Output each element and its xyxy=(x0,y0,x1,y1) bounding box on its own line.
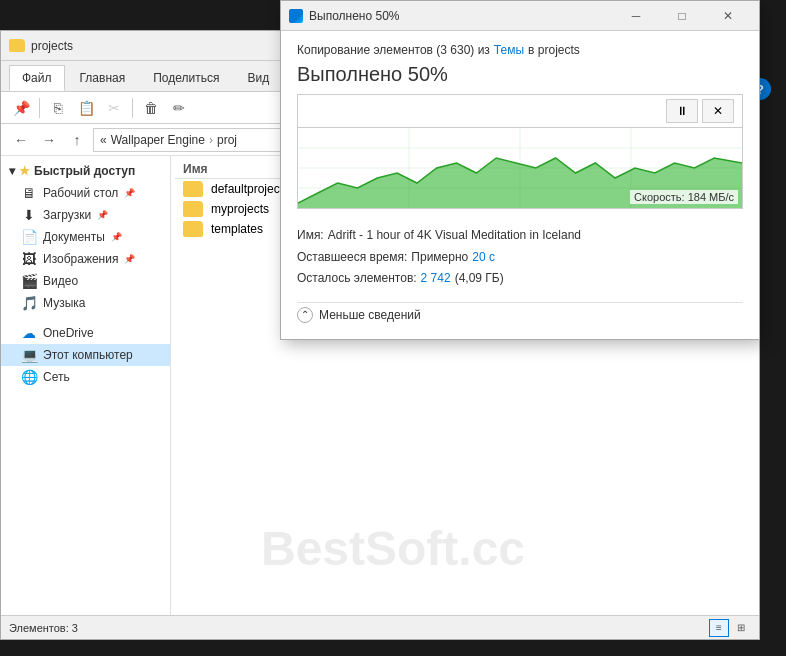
view-tiles-btn[interactable]: ⊞ xyxy=(731,619,751,637)
breadcrumb-label-1[interactable]: Wallpaper Engine xyxy=(111,133,205,147)
progress-close-button[interactable]: ✕ xyxy=(702,99,734,123)
sidebar-item-documents[interactable]: 📄 Документы 📌 xyxy=(1,226,170,248)
breadcrumb-item-1[interactable]: « xyxy=(100,133,107,147)
tab-home[interactable]: Главная xyxy=(67,65,139,91)
copy-dest-text: в projects xyxy=(528,43,580,57)
items-size: (4,09 ГБ) xyxy=(455,268,504,290)
file-name-label: Имя: xyxy=(297,225,324,247)
copy-dialog: Выполнено 50% ─ □ ✕ Копирование элементо… xyxy=(280,0,760,340)
images-icon: 🖼 xyxy=(21,251,37,267)
sidebar-label-music: Музыка xyxy=(43,296,85,310)
sidebar-label-documents: Документы xyxy=(43,230,105,244)
pin-badge-documents: 📌 xyxy=(111,232,122,242)
forward-button[interactable]: → xyxy=(37,128,61,152)
delete-toolbar-btn[interactable]: 🗑 xyxy=(139,96,163,120)
sidebar-item-downloads[interactable]: ⬇ Загрузки 📌 xyxy=(1,204,170,226)
cut-toolbar-btn[interactable]: ✂ xyxy=(102,96,126,120)
status-bar: Элементов: 3 ≡ ⊞ xyxy=(1,615,759,639)
folder-icon-1 xyxy=(183,201,203,217)
tab-view[interactable]: Вид xyxy=(234,65,282,91)
onedrive-icon: ☁ xyxy=(21,325,37,341)
detail-items: Осталось элементов: 2 742 (4,09 ГБ) xyxy=(297,268,743,290)
back-button[interactable]: ← xyxy=(9,128,33,152)
folder-icon-0 xyxy=(183,181,203,197)
documents-icon: 📄 xyxy=(21,229,37,245)
video-icon: 🎬 xyxy=(21,273,37,289)
explorer-title: projects xyxy=(31,39,73,53)
time-label: Оставшееся время: xyxy=(297,247,407,269)
sidebar-item-music[interactable]: 🎵 Музыка xyxy=(1,292,170,314)
sidebar-label-network: Сеть xyxy=(43,370,70,384)
copy-dialog-description: Копирование элементов (3 630) из Темы в … xyxy=(297,43,743,57)
sidebar-item-video[interactable]: 🎬 Видео xyxy=(1,270,170,292)
sidebar-item-desktop[interactable]: 🖥 Рабочий стол 📌 xyxy=(1,182,170,204)
detail-filename: Имя: Adrift - 1 hour of 4K Visual Medita… xyxy=(297,225,743,247)
copy-source-link[interactable]: Темы xyxy=(494,43,524,57)
explorer-title-left: projects xyxy=(9,39,73,53)
quick-access-chevron: ▾ xyxy=(9,164,15,178)
copy-dialog-title: Выполнено 50% xyxy=(309,9,400,23)
sidebar-label-onedrive: OneDrive xyxy=(43,326,94,340)
breadcrumb-label-2[interactable]: proj xyxy=(217,133,237,147)
quick-access-icon: ★ xyxy=(19,164,30,178)
copy-toolbar-btn[interactable]: ⎘ xyxy=(46,96,70,120)
fewer-details-label: Меньше сведений xyxy=(319,308,421,322)
sidebar-item-network[interactable]: 🌐 Сеть xyxy=(1,366,170,388)
music-icon: 🎵 xyxy=(21,295,37,311)
up-button[interactable]: ↑ xyxy=(65,128,89,152)
copy-dialog-maximize[interactable]: □ xyxy=(659,1,705,31)
speed-label: Скорость: 184 МБ/с xyxy=(630,190,738,204)
paste-toolbar-btn[interactable]: 📋 xyxy=(74,96,98,120)
progress-header: ⏸ ✕ xyxy=(298,95,742,128)
tab-file[interactable]: Файл xyxy=(9,65,65,91)
network-icon: 🌐 xyxy=(21,369,37,385)
copy-dialog-icon xyxy=(289,9,303,23)
time-value: Примерно xyxy=(411,247,468,269)
detail-time: Оставшееся время: Примерно 20 с xyxy=(297,247,743,269)
tab-share[interactable]: Поделиться xyxy=(140,65,232,91)
pin-badge-downloads: 📌 xyxy=(97,210,108,220)
copy-progress-title: Выполнено 50% xyxy=(297,63,743,86)
folder-icon-2 xyxy=(183,221,203,237)
sidebar: ▾ ★ Быстрый доступ 🖥 Рабочий стол 📌 ⬇ За… xyxy=(1,156,171,615)
breadcrumb-sep: › xyxy=(209,133,213,147)
toolbar-separator-1 xyxy=(39,98,40,118)
thispc-icon: 💻 xyxy=(21,347,37,363)
downloads-icon: ⬇ xyxy=(21,207,37,223)
copy-dialog-titlebar: Выполнено 50% ─ □ ✕ xyxy=(281,1,759,31)
file-name-value: Adrift - 1 hour of 4K Visual Meditation … xyxy=(328,225,581,247)
copy-dialog-title-btns: ─ □ ✕ xyxy=(613,1,751,31)
items-label: Осталось элементов: xyxy=(297,268,417,290)
rename-toolbar-btn[interactable]: ✏ xyxy=(167,96,191,120)
sidebar-label-video: Видео xyxy=(43,274,78,288)
pause-button[interactable]: ⏸ xyxy=(666,99,698,123)
view-details-btn[interactable]: ≡ xyxy=(709,619,729,637)
column-name: Имя xyxy=(183,162,208,176)
file-name-1: myprojects xyxy=(211,202,269,216)
copy-dialog-body: Копирование элементов (3 630) из Темы в … xyxy=(281,31,759,339)
pin-badge-images: 📌 xyxy=(124,254,135,264)
quick-access-header[interactable]: ▾ ★ Быстрый доступ xyxy=(1,160,170,182)
sidebar-item-onedrive[interactable]: ☁ OneDrive xyxy=(1,322,170,344)
fewer-details-button[interactable]: ⌃ Меньше сведений xyxy=(297,302,743,327)
items-value: 2 742 xyxy=(421,268,451,290)
pin-toolbar-btn[interactable]: 📌 xyxy=(9,96,33,120)
pin-badge-desktop: 📌 xyxy=(124,188,135,198)
copy-dialog-title-left: Выполнено 50% xyxy=(289,9,400,23)
status-text: Элементов: 3 xyxy=(9,622,78,634)
progress-chart-area: Скорость: 184 МБ/с xyxy=(298,128,742,208)
file-name-2: templates xyxy=(211,222,263,236)
sidebar-label-images: Изображения xyxy=(43,252,118,266)
copy-dialog-close[interactable]: ✕ xyxy=(705,1,751,31)
time-seconds: 20 с xyxy=(472,247,495,269)
sidebar-item-thispc[interactable]: 💻 Этот компьютер xyxy=(1,344,170,366)
desktop-icon: 🖥 xyxy=(21,185,37,201)
file-name-0: defaultprojects xyxy=(211,182,289,196)
fewer-details-icon: ⌃ xyxy=(297,307,313,323)
folder-icon-titlebar xyxy=(9,39,25,52)
sidebar-item-images[interactable]: 🖼 Изображения 📌 xyxy=(1,248,170,270)
sidebar-label-downloads: Загрузки xyxy=(43,208,91,222)
quick-access-label: Быстрый доступ xyxy=(34,164,135,178)
copy-dialog-minimize[interactable]: ─ xyxy=(613,1,659,31)
sidebar-label-thispc: Этот компьютер xyxy=(43,348,133,362)
